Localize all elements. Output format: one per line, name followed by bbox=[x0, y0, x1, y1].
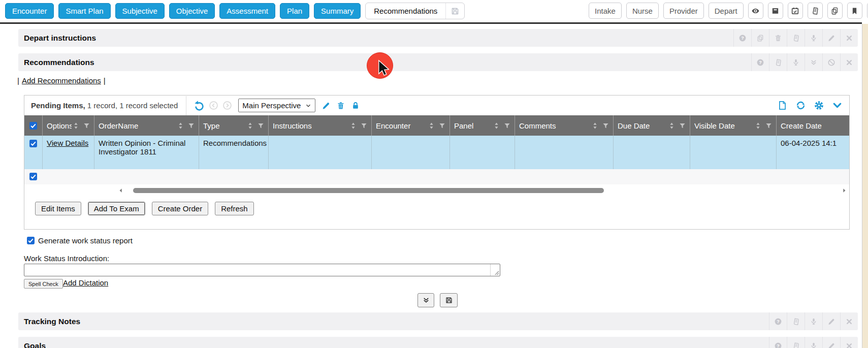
save-button[interactable] bbox=[440, 293, 458, 307]
filter-icon[interactable] bbox=[187, 122, 195, 130]
view-details-link[interactable]: View Details bbox=[47, 139, 88, 147]
book-icon[interactable] bbox=[787, 312, 805, 330]
pencil-icon[interactable] bbox=[822, 29, 840, 47]
microphone-icon[interactable] bbox=[805, 29, 822, 47]
filter-icon[interactable] bbox=[257, 122, 265, 130]
provider-button[interactable]: Provider bbox=[663, 3, 704, 19]
column-header-create-date[interactable]: Create Date bbox=[777, 115, 849, 136]
nav-next-icon[interactable] bbox=[222, 101, 232, 110]
microphone-icon[interactable] bbox=[805, 312, 822, 330]
filter-icon[interactable] bbox=[438, 122, 446, 130]
trash-icon[interactable] bbox=[769, 29, 787, 47]
undo-icon[interactable] bbox=[194, 100, 205, 111]
column-header-due-date[interactable]: Due Date bbox=[614, 115, 690, 136]
column-header-visible-date[interactable]: Visible Date bbox=[690, 115, 777, 136]
pencil-icon[interactable] bbox=[822, 337, 840, 348]
column-header-options[interactable]: Options bbox=[43, 115, 94, 136]
new-row-checkbox[interactable] bbox=[29, 173, 37, 180]
double-chevron-down-icon[interactable] bbox=[805, 53, 822, 71]
close-icon[interactable] bbox=[840, 312, 858, 330]
column-header-comments[interactable]: Comments bbox=[515, 115, 614, 136]
depart-button[interactable]: Depart bbox=[709, 3, 744, 19]
tab-summary[interactable]: Summary bbox=[314, 3, 361, 19]
nav-previous-icon[interactable] bbox=[209, 101, 218, 110]
generate-work-status-checkbox[interactable] bbox=[27, 237, 35, 244]
no-entry-icon[interactable] bbox=[822, 53, 840, 71]
sort-icon[interactable] bbox=[176, 121, 185, 130]
sort-icon[interactable] bbox=[246, 121, 254, 130]
help-icon[interactable]: ? bbox=[769, 312, 787, 330]
book-icon[interactable] bbox=[787, 29, 805, 47]
filter-icon[interactable] bbox=[360, 122, 368, 130]
lock-icon[interactable] bbox=[351, 101, 360, 110]
work-status-introduction-textarea[interactable] bbox=[24, 264, 500, 276]
sort-icon[interactable] bbox=[349, 121, 358, 130]
tab-recommendations-active[interactable]: Recommendations bbox=[365, 3, 465, 19]
help-icon[interactable]: ? bbox=[769, 337, 787, 348]
close-icon[interactable] bbox=[840, 53, 858, 71]
sort-icon[interactable] bbox=[591, 121, 599, 130]
hscroll-left-arrow-icon[interactable] bbox=[118, 187, 124, 194]
gear-icon[interactable] bbox=[814, 100, 824, 111]
table-row-selected[interactable]: View Details Written Opinion - Criminal … bbox=[24, 136, 849, 169]
filter-icon[interactable] bbox=[679, 122, 686, 130]
page-scrollbar-track[interactable] bbox=[862, 24, 868, 348]
sort-icon[interactable] bbox=[667, 121, 676, 130]
sort-icon[interactable] bbox=[427, 121, 436, 130]
tab-objective[interactable]: Objective bbox=[169, 3, 215, 19]
row-checkbox[interactable] bbox=[29, 140, 37, 147]
archive-icon[interactable] bbox=[768, 3, 783, 19]
column-header-panel[interactable]: Panel bbox=[450, 115, 515, 136]
book-icon[interactable] bbox=[787, 337, 805, 348]
hscroll-right-arrow-icon[interactable] bbox=[841, 187, 847, 194]
add-recommendations-link[interactable]: Add Recommendations bbox=[22, 76, 101, 85]
bookmark-icon[interactable] bbox=[847, 3, 862, 19]
spell-check-button[interactable]: Spell Check bbox=[24, 279, 63, 289]
help-icon[interactable]: ? bbox=[751, 53, 769, 71]
resize-grip-icon[interactable] bbox=[494, 270, 499, 275]
tab-encounter[interactable]: Encounter bbox=[5, 3, 54, 19]
refresh-button[interactable]: Refresh bbox=[215, 202, 254, 215]
trash-icon[interactable] bbox=[336, 101, 345, 110]
tab-smart-plan[interactable]: Smart Plan bbox=[58, 3, 110, 19]
close-icon[interactable] bbox=[840, 29, 858, 47]
book-icon[interactable] bbox=[808, 3, 823, 19]
copy-icon[interactable] bbox=[827, 3, 843, 19]
filter-icon[interactable] bbox=[765, 122, 773, 130]
refresh-icon[interactable] bbox=[795, 100, 806, 111]
hscroll-thumb[interactable] bbox=[133, 188, 604, 193]
tab-assessment[interactable]: Assessment bbox=[219, 3, 275, 19]
save-tab-icon[interactable] bbox=[446, 3, 464, 19]
close-icon[interactable] bbox=[840, 337, 858, 348]
filter-icon[interactable] bbox=[602, 122, 609, 130]
expand-section-button[interactable] bbox=[417, 293, 434, 307]
pencil-icon[interactable] bbox=[322, 101, 331, 110]
copy-icon[interactable] bbox=[751, 29, 769, 47]
create-order-button[interactable]: Create Order bbox=[152, 202, 209, 215]
book-icon[interactable] bbox=[769, 53, 787, 71]
eye-icon[interactable] bbox=[748, 3, 763, 19]
sort-icon[interactable] bbox=[754, 121, 762, 130]
perspective-select[interactable]: Main Perspective bbox=[238, 99, 315, 112]
tab-plan[interactable]: Plan bbox=[280, 3, 309, 19]
microphone-icon[interactable] bbox=[805, 337, 822, 348]
add-dictation-link[interactable]: Add Dictation bbox=[63, 278, 108, 287]
column-header-instructions[interactable]: Instructions bbox=[269, 115, 372, 136]
sort-icon[interactable] bbox=[492, 121, 501, 130]
tab-subjective[interactable]: Subjective bbox=[115, 3, 165, 19]
nurse-button[interactable]: Nurse bbox=[626, 3, 659, 19]
column-header-ordername[interactable]: OrderName bbox=[94, 115, 199, 136]
help-icon[interactable]: ? bbox=[733, 29, 751, 47]
add-to-exam-button[interactable]: Add To Exam bbox=[88, 202, 145, 215]
column-header-type[interactable]: Type bbox=[199, 115, 269, 136]
sort-icon[interactable] bbox=[72, 121, 80, 130]
intake-button[interactable]: Intake bbox=[589, 3, 622, 19]
new-doc-icon[interactable] bbox=[777, 100, 788, 111]
column-header-encounter[interactable]: Encounter bbox=[372, 115, 450, 136]
select-all-checkbox[interactable] bbox=[29, 122, 37, 130]
chevron-down-icon[interactable] bbox=[832, 100, 843, 111]
microphone-icon[interactable] bbox=[787, 53, 805, 71]
calendar-check-icon[interactable] bbox=[788, 3, 803, 19]
filter-icon[interactable] bbox=[503, 122, 511, 130]
edit-items-button[interactable]: Edit Items bbox=[35, 202, 81, 215]
